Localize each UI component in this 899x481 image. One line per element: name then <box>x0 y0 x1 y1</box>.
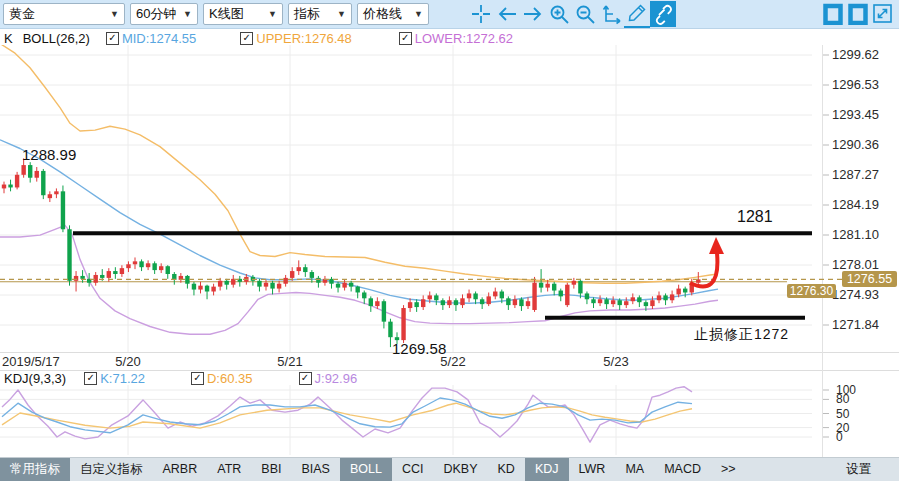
date-label: 5/20 <box>115 354 140 369</box>
price-line-badge: 1276.30 <box>787 284 836 298</box>
symbol-select-0[interactable]: 黄金▼ <box>3 3 125 25</box>
select-label: 黄金 <box>9 5 35 23</box>
select-label: 价格线 <box>363 5 402 23</box>
indicator-prefix: K <box>4 31 13 46</box>
y-axis-label: 1287.27 <box>832 167 879 182</box>
chevron-down-icon: ▼ <box>337 9 346 19</box>
symbol-select-4[interactable]: 价格线▼ <box>357 3 429 25</box>
tab-MACD[interactable]: MACD <box>654 458 711 481</box>
indicator-value-label: MID:1274.55 <box>122 31 196 46</box>
kdj-indicator-name: KDJ(9,3,3) <box>4 371 66 386</box>
panel-layout-filled-icon[interactable] <box>845 1 870 26</box>
zoom-in-icon[interactable] <box>546 1 572 27</box>
grid <box>0 45 899 457</box>
tab-KD[interactable]: KD <box>488 458 525 481</box>
boll-indicator-header: K BOLL(26,2) ✓MID:1274.55✓UPPER:1276.48✓… <box>4 31 513 46</box>
y-axis-label: 1274.93 <box>832 287 879 302</box>
symbol-select-1[interactable]: 60分钟▼ <box>130 3 198 25</box>
indicator-value-label: UPPER:1276.48 <box>256 31 351 46</box>
tab-MA[interactable]: MA <box>615 458 654 481</box>
tab-ARBR[interactable]: ARBR <box>153 458 208 481</box>
select-label: 60分钟 <box>136 5 176 23</box>
indicator-toggle-2: ✓LOWER:1272.62 <box>399 31 513 46</box>
y-axis-label: 1290.36 <box>832 137 879 152</box>
chevron-down-icon: ▼ <box>110 9 119 19</box>
axis-scale-icon[interactable] <box>598 1 624 27</box>
boll-indicator-name: BOLL(26,2) <box>23 31 90 46</box>
tab-DKBY[interactable]: DKBY <box>433 458 487 481</box>
y-axis-label: 1281.10 <box>832 227 879 242</box>
tab-KDJ[interactable]: KDJ <box>525 458 569 481</box>
tab-BBI[interactable]: BBI <box>251 458 291 481</box>
stoploss-label: 止损修正1272 <box>694 326 789 344</box>
tab-常用指标[interactable]: 常用指标 <box>0 458 70 481</box>
y-axis-label: 1284.19 <box>832 197 879 212</box>
indicator-value-label: D:60.35 <box>207 371 253 386</box>
checkbox-checked-icon[interactable]: ✓ <box>399 32 412 45</box>
select-label: K线图 <box>209 5 244 23</box>
panel-layout-icon[interactable] <box>820 1 845 26</box>
current-price-badge: 1276.55 <box>842 271 897 287</box>
link-icon[interactable] <box>650 1 676 27</box>
low-price-label: 1269.58 <box>392 340 446 357</box>
expand-icon[interactable] <box>870 1 895 26</box>
tab-BIAS[interactable]: BIAS <box>291 458 340 481</box>
pencil-icon[interactable] <box>624 0 650 28</box>
date-label: 5/23 <box>603 354 628 369</box>
tab-BOLL[interactable]: BOLL <box>340 458 392 481</box>
y-axis-label: 1299.62 <box>832 47 879 62</box>
select-label: 指标 <box>294 5 320 23</box>
tab->>[interactable]: >> <box>711 458 746 481</box>
indicator-tabbar: 常用指标自定义指标ARBRATRBBIBIASBOLLCCIDKBYKDKDJL… <box>0 457 899 481</box>
checkbox-checked-icon[interactable]: ✓ <box>191 372 204 385</box>
arrow-left-icon[interactable] <box>494 1 520 27</box>
kdj-axis-label: 50 <box>836 407 849 421</box>
date-label: 2019/5/17 <box>2 354 60 369</box>
tab-自定义指标[interactable]: 自定义指标 <box>70 458 153 481</box>
indicator-toggle-0: ✓MID:1274.55 <box>106 31 196 46</box>
zoom-out-icon[interactable] <box>572 1 598 27</box>
settings-button[interactable]: 设置 <box>836 458 881 481</box>
indicator-toggle-0: ✓K:71.22 <box>84 371 145 386</box>
symbol-select-3[interactable]: 指标▼ <box>288 3 352 25</box>
y-axis-label: 1296.53 <box>832 77 879 92</box>
indicator-value-label: J:92.96 <box>315 371 358 386</box>
tab-LWR[interactable]: LWR <box>569 458 616 481</box>
y-axis-label: 1278.01 <box>832 257 879 272</box>
indicator-toggle-1: ✓D:60.35 <box>191 371 253 386</box>
toolbar-icons <box>468 0 676 28</box>
tab-CCI[interactable]: CCI <box>392 458 434 481</box>
checkbox-checked-icon[interactable]: ✓ <box>240 32 253 45</box>
chevron-down-icon: ▼ <box>183 9 192 19</box>
toolbar: 黄金▼60分钟▼K线图▼指标▼价格线▼ <box>0 0 899 29</box>
toolbar-selects: 黄金▼60分钟▼K线图▼指标▼价格线▼ <box>3 3 434 25</box>
high-price-label: 1288.99 <box>22 146 76 163</box>
checkbox-checked-icon[interactable]: ✓ <box>106 32 119 45</box>
indicator-toggle-2: ✓J:92.96 <box>299 371 358 386</box>
chevron-down-icon: ▼ <box>414 9 423 19</box>
chevron-down-icon: ▼ <box>268 9 277 19</box>
kdj-axis-label: 80 <box>836 392 849 406</box>
indicator-value-label: K:71.22 <box>100 371 145 386</box>
y-axis-label: 1293.45 <box>832 107 879 122</box>
indicator-value-label: LOWER:1272.62 <box>415 31 513 46</box>
trading-app: 黄金▼60分钟▼K线图▼指标▼价格线▼ <box>0 0 899 481</box>
checkbox-checked-icon[interactable]: ✓ <box>299 372 312 385</box>
resistance-label: 1281 <box>737 208 773 226</box>
indicator-toggle-1: ✓UPPER:1276.48 <box>240 31 351 46</box>
tab-ATR[interactable]: ATR <box>207 458 251 481</box>
date-label: 5/21 <box>277 354 302 369</box>
y-axis-label: 1271.84 <box>832 317 879 332</box>
arrow-right-icon[interactable] <box>520 1 546 27</box>
checkbox-checked-icon[interactable]: ✓ <box>84 372 97 385</box>
kdj-indicator-header: KDJ(9,3,3) ✓K:71.22✓D:60.35✓J:92.96 <box>4 371 357 386</box>
symbol-select-2[interactable]: K线图▼ <box>203 3 283 25</box>
window-controls <box>820 1 895 26</box>
kdj-lines <box>2 387 692 443</box>
crosshair-icon[interactable] <box>468 1 494 27</box>
kdj-axis-label: 0 <box>836 430 843 444</box>
chart-canvas[interactable] <box>0 0 899 481</box>
